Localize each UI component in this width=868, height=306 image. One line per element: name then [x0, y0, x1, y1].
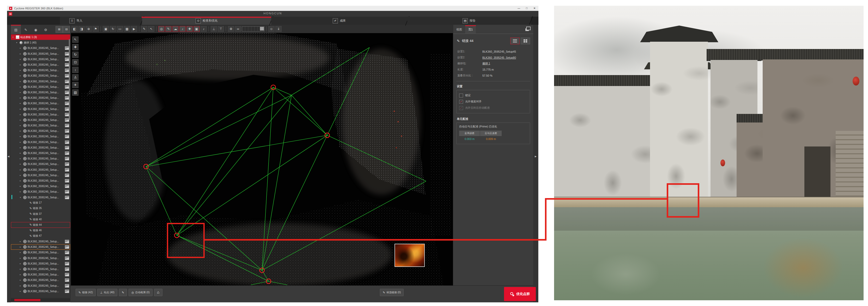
- tree-tab-settings[interactable]: ⚙: [41, 25, 51, 34]
- image-badge-icon[interactable]: [65, 256, 69, 260]
- truslicer-control[interactable]: [242, 26, 265, 32]
- panel-tab-page1[interactable]: 页1: [465, 25, 476, 34]
- expander-icon[interactable]: ▸: [20, 119, 22, 121]
- tree-row-setup[interactable]: ▸BLK360_3595245_Setup...: [11, 189, 70, 194]
- tree-row-setup[interactable]: ▾BLK360_3595245_Setup...: [11, 194, 70, 200]
- tree-row-link[interactable]: ✎链接 44: [11, 222, 70, 227]
- expander-icon[interactable]: ▸: [20, 74, 22, 77]
- tree-row-setup[interactable]: ▸BLK360_3595245_Setup...: [11, 277, 70, 283]
- tree-row-link[interactable]: ✎链接 37: [11, 211, 70, 217]
- tree-row-root[interactable]: ▾站点群组 1 (3): [11, 34, 70, 40]
- avatar-icon[interactable]: ☺: [268, 26, 275, 32]
- panel-tab-view[interactable]: 视图: [453, 25, 465, 34]
- tree-row-setup[interactable]: ▸BLK360_3595245_Setup...: [11, 244, 70, 250]
- tree-row-setup[interactable]: ▸BLK360_3595245_Setup...: [11, 283, 70, 288]
- image-badge-icon[interactable]: [65, 162, 69, 166]
- show-targets-icon[interactable]: ◎: [158, 26, 164, 32]
- tree-row-setup[interactable]: ▸BLK360_3595245_Setup...: [11, 123, 70, 128]
- tree-row-link[interactable]: ✎链接 47: [11, 233, 70, 239]
- property-value[interactable]: BLK360_3595245_Setup80: [483, 56, 516, 59]
- grid-view-toggle[interactable]: [521, 37, 530, 44]
- show-cameras-icon[interactable]: ▣: [193, 26, 200, 32]
- tree-row-setup[interactable]: ▸BLK360_3595245_Setup...: [11, 266, 70, 272]
- expander-icon[interactable]: ▾: [12, 36, 15, 38]
- tree-row-setup[interactable]: ▸BLK360_3595245_Setup...: [11, 106, 70, 112]
- expander-icon[interactable]: ▸: [20, 285, 22, 287]
- minimize-button[interactable]: —: [515, 6, 523, 11]
- workflow-step-finalize[interactable]: ✔成果: [271, 17, 407, 25]
- expander-icon[interactable]: ▾: [16, 41, 19, 44]
- float-window-icon[interactable]: [526, 27, 531, 30]
- expander-icon[interactable]: ▸: [20, 246, 22, 248]
- camera-icon[interactable]: ▣: [103, 26, 109, 32]
- tree-row-bundle[interactable]: ▾捆绑 1 (40): [11, 40, 70, 45]
- expander-icon[interactable]: ▸: [20, 169, 22, 171]
- image-badge-icon[interactable]: [65, 91, 69, 94]
- tree-row-setup[interactable]: ▸BLK360_3595245_Setup...: [11, 167, 70, 173]
- expander-icon[interactable]: ▸: [20, 69, 22, 71]
- expander-icon[interactable]: ▸: [20, 157, 22, 160]
- tree-row-setup[interactable]: ▸BLK360_3595245_Setup...: [11, 95, 70, 101]
- show-cloud-icon[interactable]: ☁: [172, 26, 179, 32]
- image-badge-icon[interactable]: [65, 47, 69, 50]
- image-badge-icon[interactable]: [65, 52, 69, 56]
- workflow-step-import[interactable]: ⇩导入: [60, 17, 142, 25]
- links-count-button[interactable]: ✎链接 (42): [75, 289, 96, 296]
- left-collapse-strip[interactable]: ◀: [7, 25, 11, 302]
- image-badge-icon[interactable]: [65, 108, 69, 111]
- image-badge-icon[interactable]: [65, 251, 69, 254]
- image-icon[interactable]: ▦: [124, 26, 130, 32]
- tree-scrollbar[interactable]: [69, 39, 70, 120]
- expander-icon[interactable]: ▸: [20, 279, 22, 281]
- tree-row-setup[interactable]: ▸BLK360_3595245_Setup...: [11, 272, 70, 277]
- image-badge-icon[interactable]: [65, 124, 69, 127]
- cube-view-tool[interactable]: ▧: [72, 89, 79, 96]
- expander-icon[interactable]: ▸: [20, 190, 22, 193]
- auto-detect-button[interactable]: ◎自动检测 (0): [128, 289, 153, 296]
- workflow-step-review[interactable]: ⊙检查和优化: [142, 17, 271, 25]
- tripod-view-icon[interactable]: ⊤: [218, 26, 224, 32]
- tree-row-setup[interactable]: ▸BLK360_3595245_Setup...: [11, 134, 70, 139]
- tripod-icon[interactable]: ⊥: [211, 26, 217, 32]
- image-badge-icon[interactable]: [65, 268, 69, 271]
- tree-row-link[interactable]: ✎链接 40: [11, 217, 70, 222]
- optimize-bundle-button[interactable]: 优化点群: [504, 287, 536, 301]
- tree-row-link[interactable]: ✎链接 35: [11, 206, 70, 211]
- expander-icon[interactable]: ▸: [20, 135, 22, 137]
- tree-row-setup[interactable]: ▸BLK360_3595245_Setup...: [11, 57, 70, 62]
- property-value[interactable]: 捆绑 1: [483, 62, 490, 65]
- expander-icon[interactable]: ▸: [20, 174, 22, 177]
- alerts-icon[interactable]: ♪: [200, 26, 207, 32]
- expander-icon[interactable]: ▸: [20, 180, 22, 182]
- expander-icon[interactable]: ▾: [20, 196, 22, 198]
- lock-edit-icon[interactable]: ✚: [186, 26, 193, 32]
- image-badge-icon[interactable]: [65, 185, 69, 188]
- tree-tab-links[interactable]: ✎: [21, 25, 31, 34]
- tree-row-link[interactable]: ✎链接 46: [11, 228, 70, 233]
- rotate-tool[interactable]: ↻: [72, 52, 79, 58]
- expander-icon[interactable]: ▸: [20, 80, 22, 83]
- tree-row-setup[interactable]: ▸BLK360_3595245_Setup...: [11, 128, 70, 134]
- walk-tool[interactable]: ♙: [72, 74, 79, 81]
- tree-row-setup[interactable]: ▸BLK360_3595245_Setup...: [11, 250, 70, 255]
- image-badge-icon[interactable]: [65, 58, 69, 61]
- image-badge-icon[interactable]: [65, 68, 69, 72]
- view-settings-icon[interactable]: ⚙: [228, 26, 234, 32]
- video-icon[interactable]: ▶: [131, 26, 137, 32]
- image-badge-icon[interactable]: [65, 141, 69, 144]
- image-badge-icon[interactable]: [65, 284, 69, 287]
- image-badge-icon[interactable]: [65, 190, 69, 193]
- show-links-icon[interactable]: ✎: [165, 26, 172, 32]
- tree-row-setup[interactable]: ▸BLK360_3595245_Setup...: [11, 161, 70, 167]
- cloud-download-icon[interactable]: ⇓: [275, 26, 282, 32]
- right-collapse-strip[interactable]: ▶: [533, 25, 538, 302]
- image-badge-icon[interactable]: [65, 289, 69, 293]
- tree-row-setup[interactable]: ▸BLK360_3595245_Setup...: [11, 62, 70, 67]
- tree-row-setup[interactable]: ▸BLK360_3595245_Setup...: [11, 178, 70, 183]
- expander-icon[interactable]: ▸: [20, 108, 22, 110]
- flag-icon[interactable]: ⚑: [93, 26, 99, 32]
- expander-icon[interactable]: ▸: [20, 64, 22, 66]
- image-badge-icon[interactable]: [65, 196, 69, 199]
- expander-icon[interactable]: ▸: [20, 290, 22, 293]
- image-badge-icon[interactable]: [65, 135, 69, 138]
